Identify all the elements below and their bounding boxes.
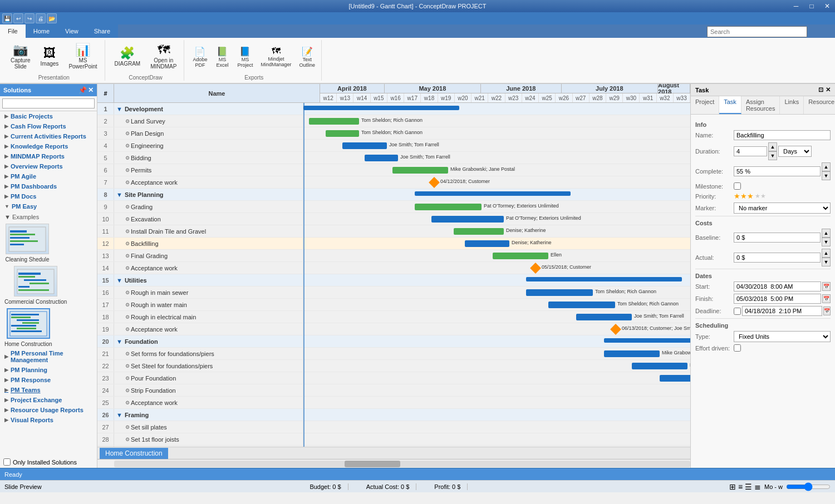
table-row[interactable]: 6 ⚙Permits Mike Grabowski; Jane Postal (97, 164, 690, 176)
table-row[interactable]: 20 ▼Foundation (97, 335, 690, 348)
actual-down[interactable]: ▼ (822, 258, 831, 266)
duration-unit-select[interactable]: Days Hours Weeks (778, 146, 812, 157)
ms-excel-button[interactable]: 📗 MSExcel (212, 45, 232, 70)
sidebar-search-input[interactable] (2, 98, 95, 108)
sidebar-item-current-activities[interactable]: ▶ Current Activities Reports (0, 131, 97, 141)
sidebar-item-pm-docs[interactable]: ▶ PM Docs (0, 191, 97, 201)
table-row[interactable]: 8 ▼Site Planning (97, 189, 690, 201)
task-tab-project[interactable]: Project (691, 96, 719, 114)
deadline-calendar[interactable]: 📅 (823, 307, 831, 315)
table-row[interactable]: 23 ⚙Pour Foundation Pat O'Tormey; Exteri… (97, 372, 690, 384)
start-calendar[interactable]: 📅 (822, 282, 831, 291)
sidebar-item-pm-agile[interactable]: ▶ PM Agile (0, 171, 97, 181)
table-row[interactable]: 15 ▼Utilities (97, 274, 690, 286)
finish-calendar[interactable]: 📅 (822, 294, 831, 303)
gantt-scrollbar-h[interactable] (97, 459, 690, 468)
tab-share[interactable]: Share (86, 24, 118, 38)
baseline-down[interactable]: ▼ (822, 238, 831, 246)
qa-undo[interactable]: ↩ (13, 13, 23, 23)
sidebar-item-pm-planning[interactable]: ▶ PM Planning (0, 365, 97, 375)
qa-open[interactable]: 📂 (47, 13, 57, 23)
table-row[interactable]: 21 ⚙Set forms for foundations/piers Mike… (97, 348, 690, 360)
table-row[interactable]: 17 ⚙Rough in water main Tom Sheldon; Ric… (97, 299, 690, 311)
maximize-button[interactable]: □ (804, 0, 819, 12)
qa-redo[interactable]: ↪ (24, 13, 35, 23)
deadline-input[interactable] (742, 306, 822, 316)
table-row[interactable]: 25 ⚙Acceptance work 07/16/2018; Customer (97, 397, 690, 409)
minimize-button[interactable]: ─ (788, 0, 804, 12)
table-row[interactable]: 14 ⚙Acceptance work 05/15/2018; Customer (97, 262, 690, 274)
close-button[interactable]: ✕ (819, 0, 835, 12)
qa-save[interactable]: 💾 (2, 13, 12, 23)
tab-file[interactable]: File (0, 24, 26, 38)
example-home-construction[interactable]: Home Construction (4, 307, 52, 347)
table-row[interactable]: 12 ⚙Backfilling Denise; Katherine (97, 238, 690, 250)
complete-input[interactable] (734, 166, 821, 176)
tab-home[interactable]: Home (26, 24, 57, 38)
duration-input[interactable] (734, 146, 767, 156)
diagram-button[interactable]: 🧩 DIAGRAM (111, 45, 145, 70)
baseline-up[interactable]: ▲ (822, 229, 831, 238)
table-row[interactable]: 18 ⚙Rough in electrical main Joe Smith; … (97, 311, 690, 323)
deadline-checkbox[interactable] (734, 308, 741, 315)
text-outline-button[interactable]: 📝 TextOutline (297, 45, 318, 70)
mindjet-button[interactable]: 🗺 MindjetMindManager (258, 45, 294, 69)
example-commercial[interactable]: Commercial Construction (4, 265, 67, 305)
sidebar-item-knowledge[interactable]: ▶ Knowledge Reports (0, 141, 97, 151)
table-row[interactable]: 29 ⚙Sheath first floor Ellen; Ton (97, 446, 690, 447)
only-installed-checkbox[interactable] (3, 458, 11, 466)
sidebar-item-pm-easy[interactable]: ▼ PM Easy (0, 201, 97, 211)
task-tab-links[interactable]: Links (780, 96, 804, 114)
capture-slide-button[interactable]: 📷 CaptureSlide (7, 41, 35, 72)
task-panel-close-icon[interactable]: ✕ (826, 86, 831, 93)
sidebar-item-cash-flow[interactable]: ▶ Cash Flow Reports (0, 121, 97, 131)
task-tab-assign[interactable]: Assign Resources (741, 96, 780, 114)
table-row[interactable]: 9 ⚙Grading Pat O'Tormey; Exteriors Unlim… (97, 201, 690, 213)
sidebar-item-project-exchange[interactable]: ▶ Project Exchange (0, 395, 97, 405)
table-row[interactable]: 28 ⚙Set 1st floor joists Denise; Katheri… (97, 433, 690, 446)
table-row[interactable]: 3 ⚙Plan Design Tom Sheldon; Rich Gannon (97, 127, 690, 140)
images-button[interactable]: 🖼 Images (37, 45, 63, 70)
sidebar-item-overview[interactable]: ▶ Overview Reports (0, 161, 97, 171)
tab-view[interactable]: View (57, 24, 86, 38)
sidebar-item-basic-projects[interactable]: ▶ Basic Projects (0, 111, 97, 121)
sidebar-pin-icon[interactable]: 📌 (78, 86, 87, 94)
table-row[interactable]: 16 ⚙Rough in main sewer Tom Sheldon; Ric… (97, 286, 690, 299)
milestone-checkbox[interactable] (734, 182, 741, 190)
adobe-pdf-button[interactable]: 📄 AdobePDF (190, 45, 210, 70)
ms-project-button[interactable]: 📘 MSProject (234, 45, 256, 70)
table-row[interactable]: 10 ⚙Excavation Pat O'Tormey; Exteriors U… (97, 213, 690, 225)
start-input[interactable] (734, 281, 821, 291)
priority-stars[interactable]: ★★★ (734, 192, 754, 200)
task-tab-resource[interactable]: Resource (804, 96, 835, 114)
actual-up[interactable]: ▲ (822, 249, 831, 258)
zoom-slider[interactable] (786, 482, 831, 491)
complete-up[interactable]: ▲ (822, 162, 831, 171)
sidebar-close-icon[interactable]: ✕ (88, 86, 94, 94)
table-row[interactable]: 5 ⚙Bidding Joe Smith; Tom Farrell (97, 152, 690, 164)
sidebar-item-pm-teams[interactable]: ▶ PM Teams (0, 385, 97, 395)
table-row[interactable]: 7 ⚙Acceptance work 04/12/2018; Customer (97, 176, 690, 189)
actual-input[interactable] (734, 253, 821, 263)
example-cleaning[interactable]: Cleaning Shedule (4, 223, 50, 263)
sidebar-item-resource-usage[interactable]: ▶ Resource Usage Reports (0, 405, 97, 415)
sidebar-item-pm-personal[interactable]: ▶ PM Personal Time Management (0, 348, 97, 365)
task-panel-float-icon[interactable]: ⊡ (818, 86, 823, 93)
task-tab-task[interactable]: Task (719, 96, 741, 114)
sidebar-item-pm-response[interactable]: ▶ PM Response (0, 375, 97, 385)
table-row[interactable]: 24 ⚙Strip Foundation Pat O'Tormey; Exter… (97, 384, 690, 397)
baseline-input[interactable] (734, 233, 821, 243)
duration-up[interactable]: ▲ (768, 142, 777, 151)
complete-down[interactable]: ▼ (822, 171, 831, 180)
table-row[interactable]: 27 ⚙Set sill plates Denise; Katherine (97, 421, 690, 433)
effort-checkbox[interactable] (734, 344, 741, 352)
name-input[interactable] (734, 130, 831, 140)
duration-down[interactable]: ▼ (768, 151, 777, 160)
sidebar-item-pm-dashboards[interactable]: ▶ PM Dashboards (0, 181, 97, 191)
view-icons[interactable]: ⊞ ≡ ☰ ≣ (729, 482, 761, 491)
sidebar-item-mindmap[interactable]: ▶ MINDMAP Reports (0, 151, 97, 161)
table-row[interactable]: 2 ⚙Land Survey Tom Sheldon; Rich Gannon (97, 115, 690, 127)
table-row[interactable]: 4 ⚙Engineering Joe Smith; Tom Farrell (97, 140, 690, 152)
qa-print[interactable]: 🖨 (36, 13, 46, 23)
table-row[interactable]: 22 ⚙Set Steel for foundations/piers Mike… (97, 360, 690, 372)
